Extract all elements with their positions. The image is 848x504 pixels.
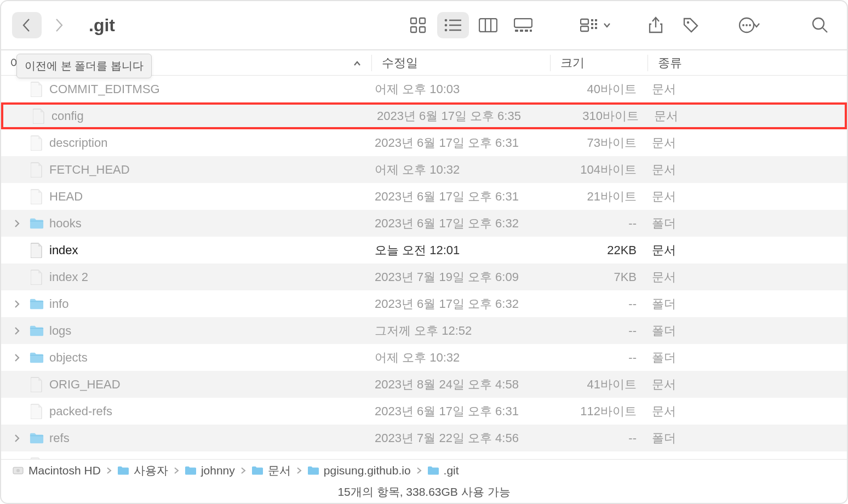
item-kind: 문서	[650, 108, 845, 124]
view-controls	[402, 12, 836, 38]
folder-icon	[427, 465, 439, 477]
file-row[interactable]: description 2023년 6월 17일 오후 6:31 73바이트 문…	[1, 129, 847, 156]
file-list: COMMIT_EDITMSG 어제 오후 10:03 40바이트 문서 conf…	[1, 76, 847, 478]
svg-point-6	[445, 24, 448, 27]
svg-rect-34	[30, 220, 43, 221]
path-segment[interactable]: johnny	[185, 464, 235, 477]
group-button[interactable]	[574, 12, 617, 38]
status-bar: 15개의 항목, 338.63GB 사용 가능	[1, 481, 847, 503]
document-icon	[30, 134, 44, 152]
item-date: 2023년 6월 17일 오후 6:35	[374, 108, 552, 124]
disclosure-triangle[interactable]	[10, 353, 24, 362]
forward-button[interactable]	[44, 12, 73, 38]
path-label: pgisung.github.io	[324, 464, 411, 477]
folder-icon	[30, 322, 44, 340]
file-row[interactable]: COMMIT_EDITMSG 어제 오후 10:03 40바이트 문서	[1, 76, 847, 102]
path-segment[interactable]: 문서	[251, 463, 291, 478]
disclosure-triangle[interactable]	[10, 300, 24, 308]
document-icon	[32, 107, 46, 125]
svg-rect-24	[591, 27, 593, 29]
folder-row[interactable]: logs 그저께 오후 12:52 -- 폴더	[1, 317, 847, 344]
item-size: --	[550, 297, 648, 311]
icon-view-button[interactable]	[402, 12, 434, 38]
chevron-right-icon	[296, 464, 302, 477]
column-view-button[interactable]	[472, 12, 504, 38]
path-segment[interactable]: pgisung.github.io	[307, 464, 411, 477]
share-button[interactable]	[640, 12, 672, 38]
file-row[interactable]: config 2023년 6월 17일 오후 6:35 310바이트 문서	[1, 102, 847, 129]
file-row[interactable]: packed-refs 2023년 6월 17일 오후 6:31 112바이트 …	[1, 398, 847, 425]
disclosure-triangle[interactable]	[10, 219, 24, 228]
file-row[interactable]: index 오늘 오전 12:01 22KB 문서	[1, 237, 847, 264]
svg-rect-13	[514, 19, 532, 27]
item-name: FETCH_HEAD	[49, 163, 130, 177]
list-view-button[interactable]	[437, 12, 469, 38]
col-kind-header[interactable]: 종류	[648, 55, 847, 71]
path-label: 문서	[268, 463, 291, 478]
svg-rect-15	[520, 30, 523, 32]
file-row[interactable]: index 2 2023년 7월 19일 오후 6:09 7KB 문서	[1, 264, 847, 290]
item-kind: 폴더	[648, 323, 847, 339]
svg-point-32	[813, 18, 824, 29]
item-kind: 폴더	[648, 430, 847, 446]
item-name: refs	[49, 431, 70, 445]
back-button[interactable]	[12, 12, 42, 38]
folder-row[interactable]: hooks 2023년 6월 17일 오후 6:32 -- 폴더	[1, 210, 847, 237]
svg-rect-3	[420, 27, 425, 32]
folder-icon	[30, 215, 44, 232]
folder-row[interactable]: refs 2023년 7월 22일 오후 4:56 -- 폴더	[1, 425, 847, 451]
path-segment[interactable]: Macintosh HD	[12, 464, 101, 477]
status-text: 15개의 항목, 338.63GB 사용 가능	[337, 484, 510, 500]
search-button[interactable]	[804, 12, 836, 38]
col-date-header[interactable]: 수정일	[371, 55, 550, 71]
item-size: 310바이트	[552, 108, 650, 124]
item-date: 오늘 오전 12:01	[371, 242, 550, 259]
svg-rect-36	[30, 328, 43, 328]
svg-rect-10	[479, 19, 497, 32]
file-row[interactable]: HEAD 2023년 6월 17일 오후 6:31 21바이트 문서	[1, 183, 847, 210]
svg-rect-25	[595, 27, 597, 29]
item-date: 2023년 7월 19일 오후 6:09	[371, 269, 550, 285]
path-segment[interactable]: 사용자	[117, 463, 168, 478]
item-name: logs	[49, 324, 71, 338]
action-button[interactable]	[730, 12, 769, 38]
back-tooltip: 이전에 본 폴더를 봅니다	[16, 54, 152, 78]
col-size-header[interactable]: 크기	[550, 55, 648, 71]
svg-rect-2	[411, 27, 416, 32]
item-date: 어제 오후 10:32	[371, 350, 550, 366]
folder-icon	[30, 295, 44, 313]
svg-point-40	[16, 469, 20, 472]
file-row[interactable]: FETCH_HEAD 어제 오후 10:32 104바이트 문서	[1, 156, 847, 183]
chevron-right-icon	[174, 464, 179, 477]
folder-icon	[30, 349, 44, 366]
path-segment[interactable]: .git	[427, 464, 459, 477]
document-icon	[30, 188, 44, 205]
item-kind: 문서	[648, 403, 847, 420]
folder-row[interactable]: info 2023년 6월 17일 오후 6:32 -- 폴더	[1, 290, 847, 317]
item-kind: 문서	[648, 81, 847, 98]
svg-rect-35	[30, 301, 43, 301]
disclosure-triangle[interactable]	[10, 327, 24, 335]
item-name: packed-refs	[49, 404, 112, 419]
gallery-view-button[interactable]	[507, 12, 539, 38]
document-icon	[30, 161, 44, 179]
svg-rect-22	[591, 23, 593, 25]
item-date: 2023년 8월 24일 오후 4:58	[371, 376, 550, 393]
document-icon	[30, 403, 44, 420]
svg-rect-17	[530, 30, 532, 32]
item-name: HEAD	[49, 190, 83, 204]
folder-row[interactable]: objects 어제 오후 10:32 -- 폴더	[1, 344, 847, 371]
file-row[interactable]: ORIG_HEAD 2023년 8월 24일 오후 4:58 41바이트 문서	[1, 371, 847, 398]
svg-point-8	[445, 29, 448, 32]
item-kind: 문서	[648, 162, 847, 178]
item-kind: 문서	[648, 376, 847, 393]
chevron-right-icon	[106, 464, 112, 477]
item-size: 22KB	[550, 243, 648, 257]
path-label: johnny	[201, 464, 235, 477]
disclosure-triangle[interactable]	[10, 434, 24, 443]
item-date: 어제 오후 10:03	[371, 81, 550, 98]
svg-point-4	[445, 19, 448, 22]
document-icon	[30, 268, 44, 286]
item-date: 2023년 6월 17일 오후 6:32	[371, 215, 550, 232]
tags-button[interactable]	[675, 12, 707, 38]
